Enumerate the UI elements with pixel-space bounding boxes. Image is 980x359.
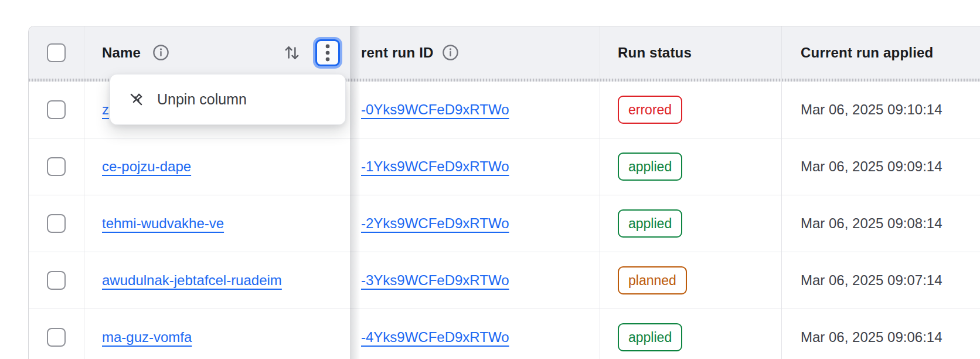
current-run-applied-cell: Mar 06, 2025 09:07:14 (782, 252, 980, 309)
run-id-link[interactable]: -0Yks9WCFeD9xRTWo (361, 101, 509, 118)
row-checkbox[interactable] (47, 214, 66, 233)
run-id-header-cell: rent run ID (351, 26, 600, 79)
status-badge: planned (618, 266, 687, 294)
status-badge: errored (618, 96, 682, 124)
row-checkbox[interactable] (47, 100, 66, 119)
timestamp-text: Mar 06, 2025 09:07:14 (801, 272, 942, 289)
timestamp-text: Mar 06, 2025 09:06:14 (801, 329, 942, 346)
workspace-name-link[interactable]: z (102, 101, 109, 118)
timestamp-text: Mar 06, 2025 09:08:14 (801, 215, 942, 232)
name-cell: tehmi-wudvakhe-ve (84, 195, 351, 252)
current-run-applied-cell: Mar 06, 2025 09:06:14 (782, 309, 980, 359)
run-status-cell: planned (600, 252, 782, 309)
run-id-cell: -3Yks9WCFeD9xRTWo (351, 252, 600, 309)
current-run-applied-cell: Mar 06, 2025 09:09:14 (782, 138, 980, 195)
run-status-cell: applied (600, 309, 782, 359)
run-id-cell: -0Yks9WCFeD9xRTWo (351, 82, 600, 138)
pin-off-icon (128, 92, 144, 107)
sort-arrows-icon[interactable] (284, 44, 300, 62)
row-checkbox[interactable] (47, 157, 66, 176)
workspace-name-link[interactable]: ce-pojzu-dape (102, 158, 191, 175)
workspace-name-link[interactable]: tehmi-wudvakhe-ve (102, 215, 224, 232)
table-row: ma-guz-vomfa -4Yks9WCFeD9xRTWo applied M… (29, 309, 980, 359)
run-id-link[interactable]: -2Yks9WCFeD9xRTWo (361, 215, 509, 232)
run-status-header-cell: Run status (600, 26, 782, 79)
status-badge: applied (618, 153, 682, 181)
row-select-cell (29, 252, 84, 309)
current-run-applied-column-title: Current run applied (801, 45, 933, 61)
workspaces-table-screen: Name (0, 0, 980, 359)
info-icon[interactable] (442, 44, 459, 61)
workspace-name-link[interactable]: ma-guz-vomfa (102, 329, 192, 346)
name-cell: awudulnak-jebtafcel-ruadeim (84, 252, 351, 309)
timestamp-text: Mar 06, 2025 09:10:14 (801, 101, 942, 118)
table-row: tehmi-wudvakhe-ve -2Yks9WCFeD9xRTWo appl… (29, 195, 980, 252)
run-status-cell: applied (600, 138, 782, 195)
run-id-link[interactable]: -4Yks9WCFeD9xRTWo (361, 329, 509, 346)
run-id-cell: -2Yks9WCFeD9xRTWo (351, 195, 600, 252)
kebab-menu-icon (325, 43, 331, 62)
name-header-cell: Name (84, 26, 351, 79)
name-column-title: Name (102, 45, 141, 61)
name-cell: ma-guz-vomfa (84, 309, 351, 359)
table-row: ce-pojzu-dape -1Yks9WCFeD9xRTWo applied … (29, 138, 980, 195)
row-select-cell (29, 309, 84, 359)
run-id-cell: -4Yks9WCFeD9xRTWo (351, 309, 600, 359)
run-id-column-title: rent run ID (361, 45, 434, 61)
info-icon[interactable] (152, 44, 169, 61)
status-badge: applied (618, 209, 682, 238)
table-row: awudulnak-jebtafcel-ruadeim -3Yks9WCFeD9… (29, 252, 980, 309)
run-status-cell: applied (600, 195, 782, 252)
select-all-cell (29, 26, 84, 79)
run-id-link[interactable]: -3Yks9WCFeD9xRTWo (361, 272, 509, 289)
run-id-cell: -1Yks9WCFeD9xRTWo (351, 138, 600, 195)
column-menu-button[interactable] (315, 39, 340, 66)
table-header-row: Name (29, 26, 980, 79)
name-cell: ce-pojzu-dape (84, 138, 351, 195)
row-checkbox[interactable] (47, 328, 66, 347)
current-run-applied-cell: Mar 06, 2025 09:08:14 (782, 195, 980, 252)
status-badge: applied (618, 323, 682, 351)
run-status-cell: errored (600, 82, 782, 138)
current-run-applied-cell: Mar 06, 2025 09:10:14 (782, 82, 980, 138)
row-select-cell (29, 82, 84, 138)
run-id-link[interactable]: -1Yks9WCFeD9xRTWo (361, 158, 509, 175)
select-all-checkbox[interactable] (47, 43, 66, 62)
row-select-cell (29, 138, 84, 195)
current-run-applied-header-cell: Current run applied (782, 26, 980, 79)
column-menu-dropdown: Unpin column (110, 74, 346, 125)
row-checkbox[interactable] (47, 271, 66, 290)
run-status-column-title: Run status (618, 45, 692, 61)
row-select-cell (29, 195, 84, 252)
workspace-name-link[interactable]: awudulnak-jebtafcel-ruadeim (102, 272, 282, 289)
unpin-column-menu-item[interactable]: Unpin column (157, 91, 247, 108)
timestamp-text: Mar 06, 2025 09:09:14 (801, 158, 942, 175)
